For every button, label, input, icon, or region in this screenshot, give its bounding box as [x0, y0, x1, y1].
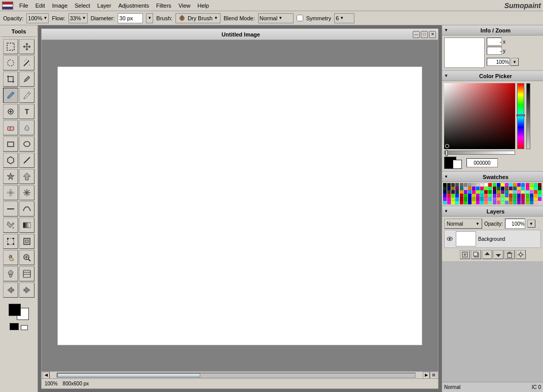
- swatch-cell[interactable]: [443, 197, 447, 201]
- tool-brush[interactable]: [3, 88, 18, 103]
- swatch-cell[interactable]: [443, 183, 447, 187]
- swatch-cell[interactable]: [480, 190, 484, 194]
- swatch-cell[interactable]: [526, 194, 529, 197]
- tool-lasso[interactable]: [3, 55, 18, 70]
- swatch-cell[interactable]: [530, 183, 533, 187]
- color-gradient-picker[interactable]: [444, 83, 515, 149]
- swatch-cell[interactable]: [488, 190, 492, 194]
- swatch-cell[interactable]: [472, 194, 476, 197]
- move-layer-up-button[interactable]: [482, 250, 492, 259]
- move-layer-down-button[interactable]: [493, 250, 503, 259]
- swatch-cell[interactable]: [488, 183, 492, 187]
- new-layer-button[interactable]: [460, 250, 470, 259]
- swatch-cell[interactable]: [505, 197, 509, 201]
- swatch-cell[interactable]: [497, 201, 500, 204]
- tool-arrow-shape[interactable]: [19, 169, 34, 184]
- delete-layer-button[interactable]: [504, 250, 515, 259]
- blend-mode-dropdown[interactable]: Normal ▼: [258, 13, 294, 23]
- swatch-cell[interactable]: [530, 187, 533, 190]
- tool-transform[interactable]: [3, 234, 18, 249]
- layer-opacity-input[interactable]: [505, 219, 525, 229]
- swatch-cell[interactable]: [493, 187, 496, 190]
- flow-dropdown[interactable]: 33% ▼: [68, 13, 88, 23]
- swatch-cell[interactable]: [468, 194, 472, 197]
- swatch-cell[interactable]: [451, 201, 455, 204]
- swatch-cell[interactable]: [501, 197, 504, 201]
- swatch-cell[interactable]: [534, 201, 537, 204]
- swatch-cell[interactable]: [493, 194, 496, 197]
- swatch-cell[interactable]: [521, 190, 525, 194]
- swatch-cell[interactable]: [472, 187, 476, 190]
- layer-opacity-dropdown-button[interactable]: ▼: [527, 220, 535, 228]
- tool-marquee[interactable]: [3, 39, 18, 54]
- swatch-cell[interactable]: [530, 197, 533, 201]
- swatch-cell[interactable]: [447, 183, 451, 187]
- swatch-cell[interactable]: [526, 190, 529, 194]
- swatch-cell[interactable]: [521, 194, 525, 197]
- swatch-cell[interactable]: [505, 194, 509, 197]
- swatch-cell[interactable]: [455, 183, 459, 187]
- swatch-cell[interactable]: [509, 183, 513, 187]
- swatch-cell[interactable]: [513, 190, 517, 194]
- swatch-cell[interactable]: [443, 187, 447, 190]
- menu-view[interactable]: View: [175, 2, 194, 10]
- swatch-cell[interactable]: [538, 194, 541, 197]
- tool-straight-line[interactable]: [3, 201, 18, 217]
- swatch-cell[interactable]: [464, 197, 467, 201]
- swatch-cell[interactable]: [455, 197, 459, 201]
- swatch-cell[interactable]: [447, 197, 451, 201]
- swatch-cell[interactable]: [501, 194, 504, 197]
- swatch-cell[interactable]: [451, 187, 455, 190]
- swatch-cell[interactable]: [526, 187, 529, 190]
- swatch-cell[interactable]: [501, 183, 504, 187]
- scroll-thumb[interactable]: [57, 373, 200, 377]
- tool-forward[interactable]: [19, 282, 34, 298]
- swatch-cell[interactable]: [447, 190, 451, 194]
- tool-magic-wand[interactable]: [19, 55, 34, 70]
- swatch-cell[interactable]: [530, 201, 533, 204]
- tool-color-picker[interactable]: [3, 266, 18, 281]
- swatch-cell[interactable]: [443, 201, 447, 204]
- swatch-cell[interactable]: [497, 183, 500, 187]
- horizontal-scrollbar[interactable]: ◀ ▶ ⊞: [42, 371, 438, 378]
- swatches-header[interactable]: ▼ Swatches: [442, 172, 543, 182]
- swatch-cell[interactable]: [447, 187, 451, 190]
- swatch-cell[interactable]: [464, 190, 467, 194]
- zoom-dropdown-button[interactable]: ▼: [511, 58, 519, 66]
- swatch-cell[interactable]: [509, 201, 513, 204]
- tool-canvas-crop[interactable]: [19, 234, 34, 249]
- scroll-right-button[interactable]: ▶: [423, 372, 430, 379]
- scroll-left-button[interactable]: ◀: [43, 372, 50, 379]
- swatch-cell[interactable]: [464, 194, 467, 197]
- swatch-cell[interactable]: [468, 201, 472, 204]
- swatch-cell[interactable]: [443, 190, 447, 194]
- swatch-cell[interactable]: [509, 197, 513, 201]
- swatch-cell[interactable]: [521, 201, 525, 204]
- tool-move[interactable]: [19, 39, 34, 54]
- swatch-cell[interactable]: [468, 190, 472, 194]
- swatch-cell[interactable]: [530, 190, 533, 194]
- swatch-cell[interactable]: [464, 201, 467, 204]
- swatch-cell[interactable]: [509, 194, 513, 197]
- opacity-dropdown[interactable]: 100% ▼: [26, 13, 49, 23]
- alpha-slider[interactable]: [526, 83, 530, 149]
- swatch-cell[interactable]: [451, 183, 455, 187]
- swatch-cell[interactable]: [493, 190, 496, 194]
- swatch-cell[interactable]: [443, 194, 447, 197]
- swatch-cell[interactable]: [513, 194, 517, 197]
- swatch-cell[interactable]: [513, 183, 517, 187]
- tool-curve[interactable]: [19, 201, 34, 217]
- swatch-cell[interactable]: [534, 190, 537, 194]
- swatch-cell[interactable]: [505, 187, 509, 190]
- close-button[interactable]: ✕: [429, 31, 436, 38]
- swatch-cell[interactable]: [447, 201, 451, 204]
- swatch-cell[interactable]: [476, 183, 480, 187]
- tool-smudge[interactable]: [19, 120, 34, 135]
- swatch-cell[interactable]: [517, 201, 521, 204]
- swatch-cell[interactable]: [447, 194, 451, 197]
- swatch-cell[interactable]: [472, 183, 476, 187]
- diameter-dropdown[interactable]: ▼: [146, 13, 153, 23]
- swatch-cell[interactable]: [468, 183, 472, 187]
- swatch-cell[interactable]: [538, 187, 541, 190]
- swatch-cell[interactable]: [526, 197, 529, 201]
